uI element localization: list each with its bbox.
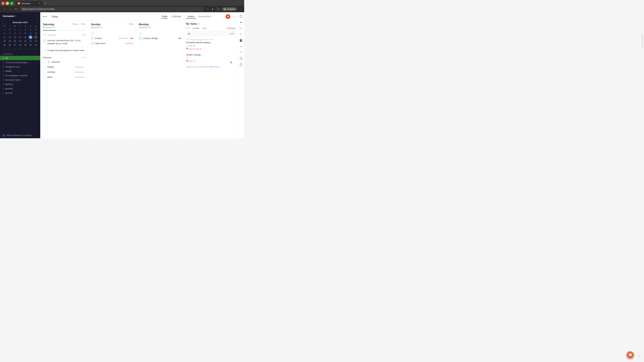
cal-day[interactable]: 22 — [24, 39, 27, 43]
icon-sidebar-circle[interactable]: ● — [238, 19, 244, 25]
cal-day[interactable]: 5 — [8, 31, 12, 35]
cal-day[interactable]: 15 — [24, 35, 27, 39]
sidebar-item-our-designers[interactable]: # Our designers channel — [0, 73, 40, 78]
cal-day[interactable]: 27 — [3, 28, 6, 31]
add-by-url-link[interactable]: Add it by url — [209, 66, 220, 68]
sidebar-item-cross-functional[interactable]: # Cross-functional projec... — [0, 60, 40, 64]
panel-item-design[interactable]: create a design ↗ ✓ 📅 Dec 18 — [184, 52, 238, 64]
sort-button[interactable]: ↕ Sort — [201, 27, 206, 29]
icon-sidebar-clipboard[interactable]: 📋 — [238, 13, 244, 19]
filter-button[interactable]: ⚙ Filter — [192, 27, 200, 29]
task-check-tip1[interactable]: ✓ — [43, 39, 46, 42]
sidebar-invite[interactable]: 👤 Invite someone to Sunsama — [0, 133, 40, 138]
sunday-add-task[interactable]: + — [88, 30, 136, 36]
external-link-icon[interactable]: ↗ — [202, 54, 204, 56]
sidebar-item-all[interactable]: # all — [0, 56, 40, 60]
cal-day[interactable]: 4 — [18, 47, 22, 51]
panel-item-schedule[interactable]: Cross-functional project plan › To do Sc… — [184, 37, 238, 52]
sidebar-item-general-3[interactable]: # general — [0, 91, 40, 95]
panel-tab-automations[interactable]: Automations — [197, 14, 213, 19]
cal-day[interactable]: 2 — [8, 47, 12, 51]
forward-button[interactable]: → — [8, 7, 13, 11]
sidebar-item-general-2[interactable]: # general — [0, 86, 40, 91]
cal-day[interactable]: 6 — [13, 31, 17, 35]
cal-day[interactable]: 12 — [8, 35, 12, 39]
sidebar-item-sunsama-tasks[interactable]: # Sunsama Tasks — [0, 78, 40, 82]
back-button[interactable]: ← — [2, 7, 7, 11]
cal-day[interactable]: 13 — [13, 35, 17, 39]
tab-tasks[interactable]: Tasks — [162, 14, 168, 19]
cal-day[interactable]: 4 — [3, 31, 6, 35]
extensions-button[interactable]: ⬛ — [216, 7, 220, 11]
task-check-travels[interactable]: ✓ — [91, 37, 94, 40]
schedule-check-icon[interactable]: ✓ — [186, 44, 189, 47]
sidebar-item-middle[interactable]: # Middle — [0, 69, 40, 73]
task-row-travels[interactable]: ✓ travels # Cross-fu... — [88, 36, 136, 41]
task-row-tasks[interactable]: tasks # Cross-fu... — [40, 75, 88, 80]
task-check-exercise[interactable] — [43, 60, 46, 63]
icon-sidebar-clipboard2[interactable]: 📋 — [238, 62, 244, 67]
calendar-next-button[interactable]: › — [38, 21, 38, 24]
cal-day[interactable]: 6 — [29, 47, 32, 51]
task-check-tasks[interactable] — [43, 76, 46, 79]
design-check-icon[interactable]: ✓ — [186, 57, 189, 59]
today-button[interactable]: Today — [50, 14, 59, 18]
cal-day[interactable]: 11 — [3, 35, 6, 39]
browser-tab-active[interactable]: S Sunsama × — [16, 1, 42, 6]
cal-day[interactable]: 28 — [8, 28, 12, 31]
task-row-editing[interactable]: editing # Cross-fu... — [40, 64, 88, 69]
refresh-button[interactable]: ↻ Refresh — [226, 27, 236, 29]
cal-day[interactable]: 19 — [8, 39, 12, 43]
cal-day-selected[interactable]: 17 — [34, 35, 38, 39]
search-input[interactable] — [186, 31, 236, 36]
icon-sidebar-sync[interactable]: ↻ — [238, 32, 244, 37]
task-check-meeting[interactable] — [43, 70, 46, 73]
sidebar-item-general-1[interactable]: # general — [0, 82, 40, 86]
cal-day[interactable]: 14 — [18, 35, 22, 39]
cal-day-today[interactable]: 16 — [29, 35, 32, 39]
task-check-editing[interactable] — [43, 65, 46, 68]
all-label[interactable]: All ▾ — [186, 27, 190, 29]
cal-day[interactable]: 8 — [24, 31, 27, 35]
more-button[interactable]: ⋮ — [238, 7, 242, 11]
icon-sidebar-target[interactable]: ◎ — [238, 44, 244, 49]
icon-sidebar-mail[interactable]: ✉ — [238, 26, 244, 31]
bookmark-button[interactable]: ☆ — [206, 7, 210, 11]
cal-day[interactable]: 7 — [18, 31, 22, 35]
url-input[interactable] — [20, 7, 204, 11]
saturday-add-task[interactable]: + Add task 0:55 — [40, 32, 88, 38]
task-row-meeting[interactable]: meeting # Cross-fu... — [40, 69, 88, 75]
cal-day[interactable]: 2 — [29, 28, 32, 31]
cal-day[interactable]: 7 — [34, 47, 38, 51]
collapse-sidebar-button[interactable]: ⟵ — [43, 15, 47, 18]
calendar-prev-button[interactable]: ‹ — [2, 21, 3, 24]
cal-day[interactable]: 30 — [18, 28, 22, 31]
cal-day[interactable]: 25 — [3, 43, 6, 47]
new-tab-button[interactable]: + — [43, 1, 48, 5]
task-row-tip2[interactable]: Create recurring tasks for routine work — [40, 48, 88, 54]
cal-day[interactable]: 27 — [13, 43, 17, 47]
saturday-focus-link[interactable]: Focus — [72, 23, 78, 25]
task-check-design[interactable]: ✓ — [139, 37, 142, 40]
icon-sidebar-search[interactable]: 🔍 — [238, 56, 244, 61]
cal-day[interactable]: 1 — [3, 47, 6, 51]
task-row-exercise[interactable]: 1 Exercise — [40, 59, 88, 64]
cal-day[interactable]: 24 — [34, 39, 38, 43]
icon-sidebar-clock[interactable]: ⏱ — [238, 50, 244, 55]
window-close-button[interactable] — [1, 2, 5, 5]
cal-day[interactable]: 9 — [29, 31, 32, 35]
cal-day[interactable]: 5 — [24, 47, 27, 51]
panel-expand-button[interactable]: ⟶ — [232, 15, 236, 18]
tab-calendar[interactable]: Calendar — [172, 14, 181, 19]
cal-day[interactable]: 26 — [8, 43, 12, 47]
sidebar-item-designers-one[interactable]: # Designers-one — [0, 64, 40, 69]
monday-add-task[interactable]: + — [136, 30, 184, 36]
sidebar-header[interactable]: Sunsama ▾ — [0, 12, 40, 20]
task-row-create-design[interactable]: ✓ create a design — [136, 36, 184, 41]
reset-button[interactable]: reset — [230, 32, 234, 35]
cal-day[interactable]: 20 — [13, 39, 17, 43]
refresh-button[interactable]: ↻ — [14, 7, 18, 11]
sunday-plan-link[interactable]: Plan — [129, 23, 133, 25]
cal-day[interactable]: 18 — [3, 39, 6, 43]
window-maximize-button[interactable] — [10, 2, 14, 5]
